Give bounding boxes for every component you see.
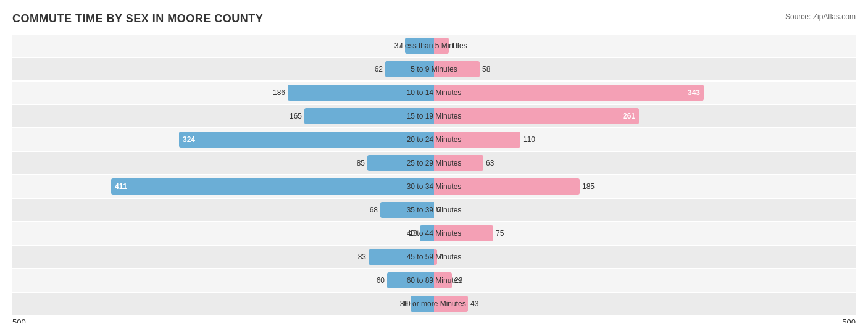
male-value: 30 bbox=[400, 300, 408, 308]
male-bar: 18 bbox=[420, 225, 434, 241]
female-value: 185 bbox=[582, 182, 595, 191]
male-value: 62 bbox=[375, 65, 383, 73]
female-value: 110 bbox=[523, 135, 535, 144]
source-text: Source: ZipAtlas.com bbox=[785, 12, 856, 21]
male-value: 186 bbox=[273, 88, 285, 97]
table-row: 625 to 9 Minutes58 bbox=[12, 58, 856, 80]
female-bar: 63 bbox=[434, 155, 483, 171]
female-value: 58 bbox=[482, 65, 490, 73]
male-value: 324 bbox=[183, 135, 195, 144]
table-row: 1840 to 44 Minutes75 bbox=[12, 222, 856, 245]
female-bar: 343 bbox=[434, 85, 704, 101]
table-row: 37Less than 5 Minutes19 bbox=[12, 35, 856, 57]
female-bar: 261 bbox=[434, 108, 639, 124]
right-section: 343 bbox=[434, 82, 856, 104]
female-value: 4 bbox=[440, 253, 444, 261]
right-section: 63 bbox=[434, 152, 856, 174]
female-value: 75 bbox=[496, 229, 504, 238]
right-section: 23 bbox=[434, 269, 856, 292]
left-section: 324 bbox=[12, 128, 434, 151]
chart-container: COMMUTE TIME BY SEX IN MOORE COUNTY Sour… bbox=[0, 0, 868, 323]
male-bar: 68 bbox=[380, 202, 434, 218]
left-section: 186 bbox=[12, 82, 434, 104]
axis-left: 500 bbox=[12, 317, 26, 323]
female-bar: 110 bbox=[434, 132, 520, 148]
male-value: 60 bbox=[377, 276, 385, 285]
male-bar: 37 bbox=[405, 38, 434, 54]
table-row: 6060 to 89 Minutes23 bbox=[12, 269, 856, 292]
right-section: 43 bbox=[434, 293, 856, 315]
male-bar: 83 bbox=[369, 249, 434, 265]
table-row: 41130 to 34 Minutes185 bbox=[12, 175, 856, 198]
male-value: 68 bbox=[370, 206, 378, 214]
male-bar: 324 bbox=[179, 132, 434, 148]
table-row: 18610 to 14 Minutes343 bbox=[12, 82, 856, 104]
left-section: 165 bbox=[12, 105, 434, 127]
male-value: 85 bbox=[357, 159, 365, 167]
table-row: 8345 to 59 Minutes4 bbox=[12, 246, 856, 268]
right-section: 110 bbox=[434, 128, 856, 151]
right-section: 4 bbox=[434, 246, 856, 268]
left-section: 18 bbox=[12, 222, 434, 245]
male-bar: 62 bbox=[385, 61, 434, 77]
chart-title: COMMUTE TIME BY SEX IN MOORE COUNTY bbox=[12, 12, 856, 25]
female-bar: 75 bbox=[434, 225, 493, 241]
male-bar: 60 bbox=[387, 272, 434, 288]
male-bar: 165 bbox=[304, 108, 434, 124]
male-bar: 186 bbox=[288, 85, 434, 101]
female-bar: 185 bbox=[434, 178, 580, 195]
male-bar: 411 bbox=[111, 178, 434, 195]
right-section: 19 bbox=[434, 35, 856, 57]
male-value: 83 bbox=[358, 253, 366, 261]
left-section: 62 bbox=[12, 58, 434, 80]
female-bar: 58 bbox=[434, 61, 480, 77]
female-bar: 4 bbox=[434, 249, 437, 265]
left-section: 68 bbox=[12, 199, 434, 221]
table-row: 32420 to 24 Minutes110 bbox=[12, 128, 856, 151]
female-value: 343 bbox=[688, 88, 700, 97]
right-section: 185 bbox=[434, 175, 856, 198]
male-value: 165 bbox=[290, 112, 302, 120]
table-row: 8525 to 29 Minutes63 bbox=[12, 152, 856, 174]
female-bar: 23 bbox=[434, 272, 452, 288]
female-bar: 43 bbox=[434, 296, 468, 312]
table-row: 3090 or more Minutes43 bbox=[12, 293, 856, 315]
right-section: 58 bbox=[434, 58, 856, 80]
female-bar: 19 bbox=[434, 38, 449, 54]
male-bar: 85 bbox=[367, 155, 434, 171]
female-value: 43 bbox=[470, 300, 478, 308]
bars-area: 37Less than 5 Minutes19625 to 9 Minutes5… bbox=[12, 35, 856, 315]
female-value: 0 bbox=[436, 206, 441, 214]
left-section: 85 bbox=[12, 152, 434, 174]
axis-labels: 500 500 bbox=[12, 317, 856, 323]
right-section: 0 bbox=[434, 199, 856, 221]
male-bar: 30 bbox=[411, 296, 434, 312]
left-section: 60 bbox=[12, 269, 434, 292]
left-section: 37 bbox=[12, 35, 434, 57]
female-value: 63 bbox=[486, 159, 494, 167]
right-section: 261 bbox=[434, 105, 856, 127]
table-row: 6835 to 39 Minutes0 bbox=[12, 199, 856, 221]
male-value: 37 bbox=[394, 41, 403, 50]
male-value: 18 bbox=[409, 229, 417, 238]
female-value: 19 bbox=[451, 41, 459, 50]
left-section: 83 bbox=[12, 246, 434, 268]
male-value: 411 bbox=[115, 182, 127, 191]
left-section: 411 bbox=[12, 175, 434, 198]
table-row: 16515 to 19 Minutes261 bbox=[12, 105, 856, 127]
axis-right: 500 bbox=[842, 317, 856, 323]
female-value: 261 bbox=[623, 112, 635, 120]
left-section: 30 bbox=[12, 293, 434, 315]
female-value: 23 bbox=[454, 276, 462, 285]
right-section: 75 bbox=[434, 222, 856, 245]
